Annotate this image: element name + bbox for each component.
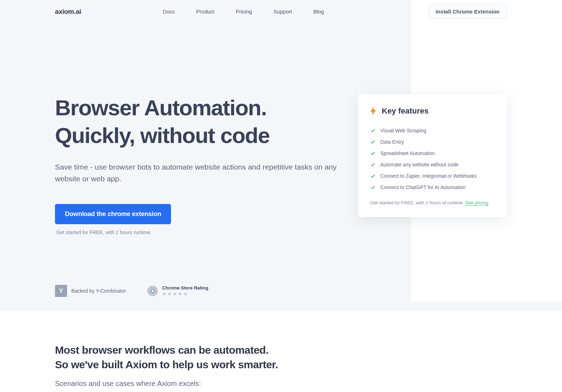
workflows-subtitle: Scenarios and use cases where Axiom exce… xyxy=(55,380,507,388)
nav-product[interactable]: Product xyxy=(196,9,215,15)
workflows-title: Most browser workflows can be automated.… xyxy=(55,343,507,372)
workflows-title-line1: Most browser workflows can be automated. xyxy=(55,344,269,356)
nav-blog[interactable]: Blog xyxy=(313,9,324,15)
check-icon xyxy=(370,185,375,190)
features-header: Key features xyxy=(370,106,495,116)
yc-proof: Y Backed by Y-Combinator xyxy=(55,285,126,297)
nav-pricing[interactable]: Pricing xyxy=(236,9,252,15)
features-title: Key features xyxy=(382,106,429,116)
main-header: axiom.ai Docs Product Pricing Support Bl… xyxy=(0,0,562,23)
feature-item-label: Connect to ChatGPT for AI Automation xyxy=(380,184,465,190)
workflows-section: Most browser workflows can be automated.… xyxy=(0,311,562,392)
workflows-title-line2: So we've built Axiom to help us work sma… xyxy=(55,359,278,370)
main-nav: Docs Product Pricing Support Blog xyxy=(163,9,324,15)
hero-title-line2: Quickly, without code xyxy=(55,123,270,148)
feature-item-label: Connect to Zapier, Integromat or Webhook… xyxy=(380,173,476,179)
install-chrome-extension-button[interactable]: Install Chrome Extension xyxy=(428,4,507,19)
features-list: Visual Web Scraping Data Entry Spreadshe… xyxy=(370,125,495,193)
rating-stars: ★★★★★ xyxy=(162,291,208,297)
feature-item: Visual Web Scraping xyxy=(370,125,495,136)
yc-text: Backed by Y-Combinator xyxy=(71,288,126,294)
social-proof-row: Y Backed by Y-Combinator Chrome Store Ra… xyxy=(0,285,562,297)
key-features-card: Key features Visual Web Scraping Data En… xyxy=(358,94,507,217)
download-note: Get started for FREE, with 2 hours runti… xyxy=(56,230,507,235)
yc-badge-icon: Y xyxy=(55,285,67,297)
bolt-icon xyxy=(370,107,376,115)
chrome-rating-label: Chrome Store Rating xyxy=(162,285,208,291)
nav-docs[interactable]: Docs xyxy=(163,9,175,15)
check-icon xyxy=(370,128,375,133)
feature-item-label: Spreadsheet Automation xyxy=(380,150,435,156)
logo[interactable]: axiom.ai xyxy=(55,8,81,16)
see-pricing-link[interactable]: See pricing xyxy=(465,200,488,206)
feature-item: Spreadsheet Automation xyxy=(370,148,495,159)
chrome-rating-proof: Chrome Store Rating ★★★★★ xyxy=(147,285,208,297)
feature-item-label: Automate any website without code xyxy=(380,162,458,167)
features-footer-text: Get started for FREE, with 2 hours of ru… xyxy=(370,200,465,205)
feature-item: Connect to ChatGPT for AI Automation xyxy=(370,182,495,193)
nav-support[interactable]: Support xyxy=(273,9,292,15)
chrome-rating: Chrome Store Rating ★★★★★ xyxy=(162,285,208,297)
check-icon xyxy=(370,162,375,167)
check-icon xyxy=(370,139,375,144)
hero-subtitle: Save time - use browser bots to automate… xyxy=(55,161,360,184)
features-footer: Get started for FREE, with 2 hours of ru… xyxy=(370,199,495,206)
feature-item-label: Visual Web Scraping xyxy=(380,128,426,133)
chrome-icon xyxy=(147,286,158,296)
feature-item: Data Entry xyxy=(370,136,495,148)
check-icon xyxy=(370,173,375,178)
feature-item-label: Data Entry xyxy=(380,139,404,145)
feature-item: Automate any website without code xyxy=(370,159,495,170)
download-chrome-extension-button[interactable]: Download the chrome extension xyxy=(55,204,171,224)
hero-title-line1: Browser Automation. xyxy=(55,95,266,120)
feature-item: Connect to Zapier, Integromat or Webhook… xyxy=(370,170,495,182)
check-icon xyxy=(370,151,375,156)
